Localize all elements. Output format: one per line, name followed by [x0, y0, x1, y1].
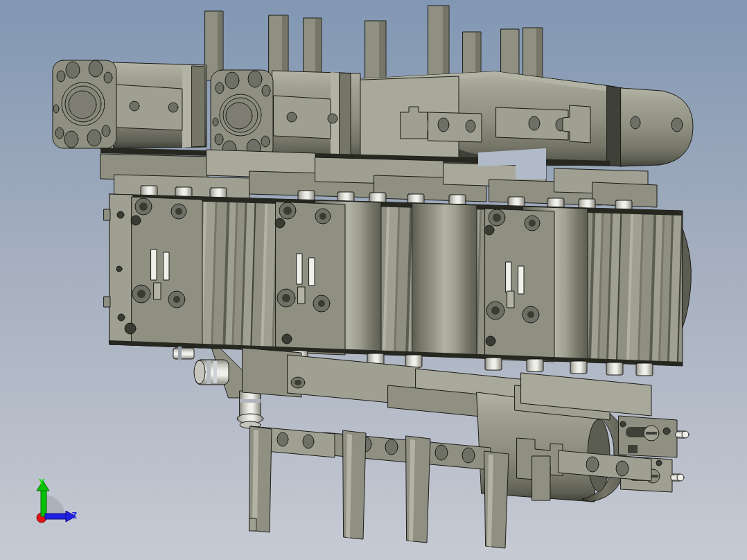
tab: [104, 209, 110, 220]
port-hole: [328, 114, 337, 123]
bolt-hole: [57, 71, 65, 82]
bolt-hole: [215, 134, 223, 145]
pin-tip: [682, 431, 689, 438]
hole: [116, 266, 122, 272]
counterbore-inner: [527, 311, 534, 318]
ring-band: [182, 65, 192, 148]
bar-hole: [616, 461, 629, 476]
bar-hole: [586, 457, 599, 472]
counterbore-inner: [283, 207, 292, 215]
hole: [484, 225, 494, 235]
screw: [656, 460, 662, 466]
bolt-hole: [55, 128, 64, 139]
rail-sliver: [164, 252, 169, 280]
bolt-hole: [248, 71, 262, 87]
hole: [131, 216, 141, 225]
rod-end: [485, 358, 502, 370]
bar-hole: [303, 435, 314, 448]
counterbore-inner: [318, 300, 325, 307]
counterbore-inner: [493, 213, 501, 222]
rod-end: [636, 363, 653, 376]
ring-band: [340, 73, 351, 159]
hole: [663, 428, 670, 435]
hole: [275, 218, 285, 228]
bolt-hole: [216, 82, 224, 94]
tab: [154, 283, 161, 299]
hanger-leg[interactable]: [249, 426, 272, 532]
counterbore-inner: [491, 306, 500, 315]
pin-tip: [677, 474, 684, 481]
z-axis-arrow: [45, 514, 67, 519]
clamp-cylinder-left[interactable]: [53, 60, 206, 148]
cad-viewport[interactable]: Y Z: [0, 0, 747, 560]
y-axis-label: Y: [39, 477, 44, 487]
hanger-leg[interactable]: [343, 430, 366, 539]
bar-hole: [435, 445, 448, 460]
counterbore-inner: [175, 208, 182, 215]
rod-end: [570, 361, 587, 374]
rail-sliver: [506, 262, 511, 292]
bar-hole: [462, 448, 475, 463]
port-hole: [671, 118, 683, 132]
rail-sliver: [518, 266, 524, 294]
fitting-stub: [173, 348, 194, 359]
fitting-ring: [240, 399, 261, 403]
counterbore-inner: [282, 294, 290, 302]
rod-end: [405, 355, 422, 367]
bolt-hole: [262, 85, 270, 96]
y-axis-arrow: [41, 489, 46, 516]
viewport-canvas[interactable]: Y Z: [0, 0, 747, 560]
fitting-ring: [206, 360, 211, 384]
counterbore-inner: [173, 296, 180, 303]
clamp-cylinder-center[interactable]: [211, 70, 360, 161]
counterbore-inner: [529, 220, 536, 227]
rail-sliver: [151, 250, 157, 280]
z-axis-label: Z: [71, 510, 77, 520]
bolt-hole: [213, 118, 218, 126]
facet: [218, 12, 222, 80]
slide-block-band[interactable]: [104, 194, 692, 366]
hole: [118, 314, 125, 321]
hanger-leg[interactable]: [406, 436, 430, 543]
hole: [117, 211, 124, 218]
hole: [282, 334, 292, 344]
bolt-hole: [87, 130, 101, 146]
bolt-hole: [66, 62, 80, 78]
bore-face: [69, 91, 96, 119]
port-hole: [168, 103, 178, 112]
hole: [125, 323, 136, 334]
screw: [620, 421, 626, 427]
port-hole: [631, 116, 640, 129]
tab: [507, 291, 514, 308]
port-hole: [130, 101, 139, 111]
cylinder-face: [412, 203, 477, 358]
bore-face: [226, 103, 252, 129]
counterbore-inner: [319, 213, 326, 220]
bar-hole: [385, 439, 398, 455]
bolt-hole: [89, 60, 103, 77]
counterbore-inner: [139, 202, 148, 211]
bolt-hole: [466, 120, 475, 132]
fitting-ring: [213, 361, 217, 383]
bolt-hole: [438, 118, 449, 132]
bolt-hole: [529, 116, 540, 130]
bar-hole: [277, 432, 288, 446]
tab: [104, 297, 110, 307]
fitting-ring: [194, 360, 205, 384]
bolt-hole: [104, 72, 112, 83]
bolt-hole: [102, 125, 110, 137]
ring-band: [607, 86, 622, 166]
rail-sliver: [309, 258, 315, 286]
body-flat: [274, 96, 331, 139]
port: [628, 445, 638, 453]
bolt-hole: [261, 136, 270, 147]
bolt-hole: [64, 131, 78, 148]
hanger-leg[interactable]: [484, 451, 509, 548]
screw-slot: [646, 432, 657, 435]
bolt-hole: [53, 105, 59, 113]
port-hole: [287, 112, 297, 122]
fitting-ring: [178, 347, 182, 360]
ring-band: [192, 66, 205, 147]
rod-end: [527, 359, 543, 371]
counterbore-inner: [137, 290, 146, 298]
